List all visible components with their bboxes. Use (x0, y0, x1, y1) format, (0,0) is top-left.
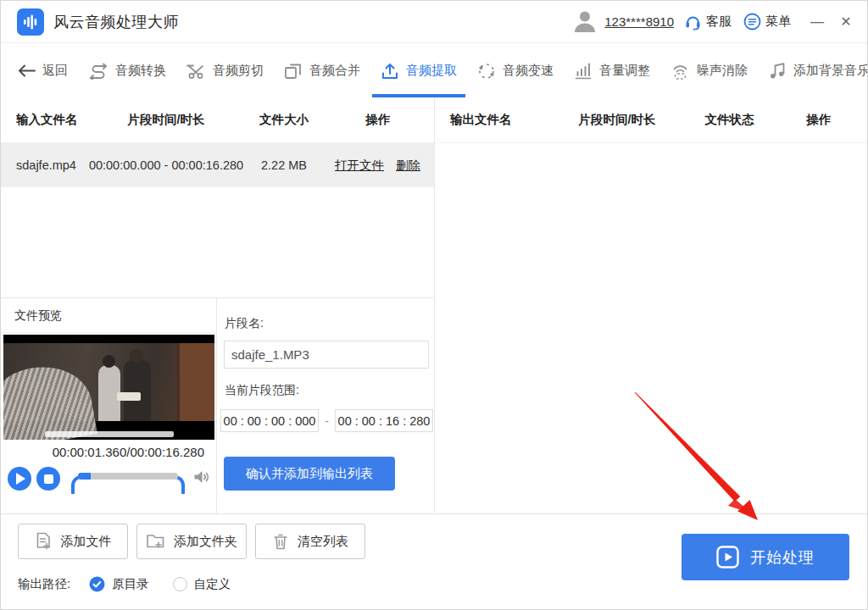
tab-volume-adjust[interactable]: 音量调整 (574, 44, 650, 97)
add-file-icon (35, 532, 53, 551)
close-button[interactable]: ✕ (832, 14, 860, 30)
output-path-row: 输出路径: 原目录 自定义 (18, 576, 231, 592)
stop-button[interactable] (36, 467, 60, 491)
playback-controls (8, 465, 211, 492)
tab-audio-speed[interactable]: 音频变速 (477, 44, 554, 97)
clip-range-row: - (218, 409, 434, 432)
preview-section: 文件预览 00:00:01.360/00:00:16.280 (1, 297, 434, 513)
col-output-clip-time: 片段时间/时长 (545, 112, 689, 128)
col-output-actions: 操作 (770, 112, 867, 128)
volume-bars-icon (574, 62, 593, 80)
preview-pane: 文件预览 00:00:01.360/00:00:16.280 (1, 298, 217, 513)
row-time-range: 00:00:00.000 - 00:00:16.280 (86, 158, 247, 172)
tab-audio-merge[interactable]: 音频合并 (284, 44, 360, 97)
start-play-icon (716, 546, 739, 568)
input-panel: 输入文件名 片段时间/时长 文件大小 操作 sdajfe.mp4 00:00:0… (1, 97, 435, 513)
back-button[interactable]: 返回 (18, 44, 68, 97)
tab-audio-convert[interactable]: 音频转换 (88, 44, 166, 97)
video-figure (177, 343, 214, 421)
trim-slider[interactable] (70, 469, 186, 494)
menu-button[interactable]: 菜单 (743, 13, 791, 30)
tab-noise-removal[interactable]: 噪声消除 (670, 44, 748, 97)
col-clip-time: 片段时间/时长 (86, 112, 247, 128)
avatar[interactable] (572, 8, 598, 36)
clip-range-label: 当前片段范围: (225, 383, 299, 398)
video-subtitle (45, 431, 174, 437)
row-size: 2.22 MB (247, 158, 321, 172)
input-table-header: 输入文件名 片段时间/时长 文件大小 操作 (1, 97, 434, 143)
app-window: 风云音频处理大师 123****8910 客服 (0, 0, 868, 610)
tab-audio-cut[interactable]: 音频剪切 (186, 44, 264, 97)
slider-track[interactable] (78, 473, 178, 480)
video-preview[interactable] (3, 335, 214, 440)
toolbar: 返回 音频转换 音频剪切 音频合并 (1, 44, 867, 97)
play-icon (16, 473, 25, 485)
noise-icon (670, 62, 690, 80)
app-logo-icon (17, 8, 44, 36)
speaker-icon (192, 469, 211, 485)
open-file-link[interactable]: 打开文件 (335, 158, 384, 174)
row-filename: sdajfe.mp4 (1, 158, 86, 172)
playback-time: 00:00:01.360/00:00:16.280 (1, 445, 216, 459)
col-output-filename: 输出文件名 (435, 112, 545, 128)
add-folder-icon (146, 533, 165, 550)
clip-name-label: 片段名: (225, 316, 264, 331)
range-separator: - (319, 414, 335, 428)
delete-link[interactable]: 删除 (396, 158, 420, 174)
video-figure (3, 358, 97, 440)
clear-list-button[interactable]: 清空列表 (255, 524, 365, 559)
convert-icon (88, 63, 108, 80)
col-file-status: 文件状态 (689, 112, 770, 128)
titlebar: 风云音频处理大师 123****8910 客服 (1, 1, 867, 43)
app-title: 风云音频处理大师 (53, 12, 179, 32)
merge-icon (284, 63, 303, 80)
confirm-add-output-button[interactable]: 确认并添加到输出列表 (224, 457, 395, 491)
add-folder-button[interactable]: 添加文件夹 (136, 524, 247, 559)
radio-unchecked-icon (173, 577, 187, 591)
tab-add-bg-music[interactable]: 添加背景音乐 (768, 44, 868, 97)
speed-icon (477, 62, 496, 80)
tab-audio-extract[interactable]: 音频提取 (381, 44, 457, 97)
minimize-button[interactable]: — (803, 14, 832, 30)
music-note-icon (768, 62, 787, 80)
add-file-button[interactable]: 添加文件 (18, 524, 128, 559)
main-content: 输入文件名 片段时间/时长 文件大小 操作 sdajfe.mp4 00:00:0… (1, 97, 867, 513)
support-button[interactable]: 客服 (684, 13, 732, 30)
extract-icon (381, 63, 399, 80)
footer-bar: 添加文件 添加文件夹 清空列表 输出路径: 原 (1, 513, 867, 609)
menu-icon (743, 13, 761, 30)
clip-name-input[interactable] (224, 341, 429, 369)
output-panel: 输出文件名 片段时间/时长 文件状态 操作 (435, 97, 867, 513)
volume-button[interactable] (192, 469, 211, 489)
radio-custom-dir[interactable]: 自定义 (173, 576, 231, 592)
slider-progress (78, 473, 91, 480)
col-actions: 操作 (321, 112, 434, 128)
table-row[interactable]: sdajfe.mp4 00:00:00.000 - 00:00:16.280 2… (1, 143, 434, 187)
col-file-size: 文件大小 (247, 112, 321, 128)
preview-title: 文件预览 (1, 298, 216, 333)
range-start-input[interactable] (220, 409, 319, 432)
col-input-filename: 输入文件名 (1, 112, 86, 128)
video-figure (124, 360, 151, 421)
trash-icon (272, 533, 289, 551)
back-arrow-icon (18, 64, 36, 77)
cut-icon (186, 63, 206, 80)
output-table-header: 输出文件名 片段时间/时长 文件状态 操作 (435, 97, 867, 143)
output-path-label: 输出路径: (18, 576, 70, 592)
clip-editor: 片段名: 当前片段范围: - 确认并添加到输出列表 (218, 298, 434, 513)
video-figure (117, 392, 141, 401)
radio-checked-icon (89, 576, 105, 592)
radio-original-dir[interactable]: 原目录 (89, 576, 149, 592)
account-link[interactable]: 123****8910 (604, 14, 674, 29)
start-processing-button[interactable]: 开始处理 (682, 534, 849, 580)
play-button[interactable] (8, 467, 31, 491)
range-end-input[interactable] (335, 409, 433, 432)
video-frame (3, 343, 214, 421)
headset-icon (684, 13, 702, 30)
stop-icon (44, 474, 53, 484)
